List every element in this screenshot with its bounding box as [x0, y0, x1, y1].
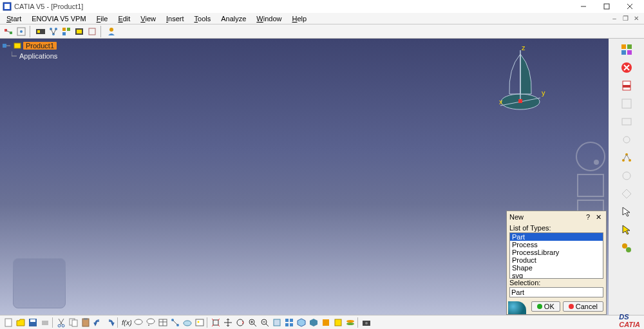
btool-think-icon[interactable]: [145, 317, 156, 328]
selection-input[interactable]: [509, 287, 603, 297]
svg-rect-18: [62, 28, 66, 31]
cancel-button[interactable]: Cancel: [563, 301, 603, 312]
svg-rect-27: [14, 43, 21, 48]
svg-rect-39: [627, 44, 632, 49]
btool-save-icon[interactable]: [27, 317, 39, 328]
svg-rect-97: [323, 319, 329, 326]
menu-edit[interactable]: Edit: [113, 14, 135, 23]
list-item[interactable]: Product: [510, 256, 603, 264]
dialog-titlebar[interactable]: New ? ✕: [507, 211, 606, 223]
rtool-pdf-icon[interactable]: [620, 79, 634, 93]
btool-fx-icon[interactable]: f(x): [120, 317, 132, 328]
svg-text:z: z: [522, 44, 526, 52]
rtool-gears-icon[interactable]: [620, 241, 634, 255]
tool-link-icon[interactable]: [15, 26, 27, 37]
btool-img-icon[interactable]: [194, 317, 205, 328]
list-item[interactable]: ProcessLibrary: [510, 249, 603, 256]
svg-line-79: [173, 320, 178, 325]
tool-constraint-icon[interactable]: [3, 26, 14, 37]
btool-show-icon[interactable]: [332, 317, 344, 328]
type-listbox[interactable]: Part Process ProcessLibrary Product Shap…: [509, 232, 603, 279]
rtool-stop-icon[interactable]: [620, 61, 634, 75]
view-manipulator[interactable]: [576, 142, 605, 218]
menu-tools[interactable]: Tools: [189, 14, 216, 23]
ok-button[interactable]: OK: [531, 301, 560, 312]
svg-text:y: y: [542, 89, 545, 97]
svg-rect-98: [335, 319, 341, 326]
rtool-gear-icon[interactable]: [620, 133, 634, 147]
btool-zoomin-icon[interactable]: [247, 317, 258, 328]
svg-point-84: [237, 319, 243, 326]
svg-point-56: [622, 243, 627, 249]
btool-zoomout-icon[interactable]: [259, 317, 270, 328]
tool-person-icon[interactable]: [106, 26, 117, 37]
btool-open-icon[interactable]: [15, 317, 26, 328]
rtool-circle-icon[interactable]: [620, 169, 634, 183]
tree-root-row[interactable]: Product1: [3, 41, 57, 50]
tool-toggle1-icon[interactable]: [35, 26, 46, 37]
child-minimize-button[interactable]: –: [609, 14, 620, 23]
rtool-diamond-icon[interactable]: [620, 187, 634, 201]
rtool-select-icon[interactable]: [620, 205, 634, 219]
rtool-select2-icon[interactable]: [620, 223, 634, 237]
svg-rect-41: [627, 50, 632, 55]
svg-rect-81: [196, 319, 204, 326]
list-item[interactable]: svg: [510, 272, 603, 279]
svg-line-16: [51, 29, 53, 34]
close-button[interactable]: [618, 0, 641, 13]
menu-window[interactable]: Window: [251, 14, 287, 23]
btool-chat-icon[interactable]: [133, 317, 144, 328]
btool-cut-icon[interactable]: [55, 317, 67, 328]
btool-iso-icon[interactable]: [296, 317, 307, 328]
list-item[interactable]: Shape: [510, 264, 603, 272]
btool-copy-icon[interactable]: [68, 317, 79, 328]
menu-analyze[interactable]: Analyze: [216, 14, 251, 23]
btool-hide-icon[interactable]: [320, 317, 332, 328]
maximize-button[interactable]: [595, 0, 618, 13]
menu-insert[interactable]: Insert: [161, 14, 189, 23]
btool-camera-icon[interactable]: [361, 317, 372, 328]
rtool-box2-icon[interactable]: [620, 115, 634, 129]
menu-file[interactable]: File: [91, 14, 113, 23]
btool-redo-icon[interactable]: [104, 317, 116, 328]
btool-undo-icon[interactable]: [92, 317, 104, 328]
svg-rect-67: [72, 320, 77, 326]
child-close-button[interactable]: ✕: [631, 14, 641, 23]
list-item[interactable]: Process: [510, 241, 603, 249]
rtool-hierarchy-icon[interactable]: [620, 151, 634, 165]
child-restore-button[interactable]: ❐: [620, 14, 630, 23]
rtool-box1-icon[interactable]: [620, 97, 634, 111]
btool-fit-icon[interactable]: [210, 317, 222, 328]
btool-pan-icon[interactable]: [222, 317, 234, 328]
list-item[interactable]: Part: [510, 233, 603, 241]
btool-tree-icon[interactable]: [169, 317, 181, 328]
menu-help[interactable]: Help: [287, 14, 312, 23]
btool-shade-icon[interactable]: [308, 317, 319, 328]
svg-rect-46: [623, 85, 630, 88]
tool-box-icon[interactable]: [86, 26, 98, 37]
btool-multiview-icon[interactable]: [283, 317, 295, 328]
minimize-button[interactable]: [572, 0, 595, 13]
tool-tree-icon[interactable]: [48, 26, 59, 37]
btool-layer-icon[interactable]: [345, 317, 356, 328]
menu-start[interactable]: Start: [1, 14, 26, 23]
btool-cloud-icon[interactable]: [182, 317, 193, 328]
rtool-grid-icon[interactable]: [620, 42, 634, 57]
dialog-close-button[interactable]: ✕: [593, 213, 603, 221]
svg-text:f(x): f(x): [122, 319, 131, 326]
viewport-thumbnail[interactable]: [13, 258, 66, 308]
compass[interactable]: z y x: [491, 42, 549, 113]
tree-child-applications[interactable]: Applications: [12, 52, 57, 61]
dialog-help-button[interactable]: ?: [583, 213, 593, 221]
title-bar: CATIA V5 - [Product1]: [0, 0, 644, 13]
btool-paste-icon[interactable]: [80, 317, 91, 328]
btool-normview-icon[interactable]: [271, 317, 283, 328]
btool-print-icon[interactable]: [39, 317, 51, 328]
btool-rotate-icon[interactable]: [234, 317, 246, 328]
tool-assembly-icon[interactable]: [61, 26, 72, 37]
menu-enovia[interactable]: ENOVIA V5 VPM: [26, 14, 91, 23]
btool-new-icon[interactable]: [3, 317, 14, 328]
tool-highlight-icon[interactable]: [73, 26, 85, 37]
menu-view[interactable]: View: [135, 14, 161, 23]
btool-table-icon[interactable]: [157, 317, 169, 328]
